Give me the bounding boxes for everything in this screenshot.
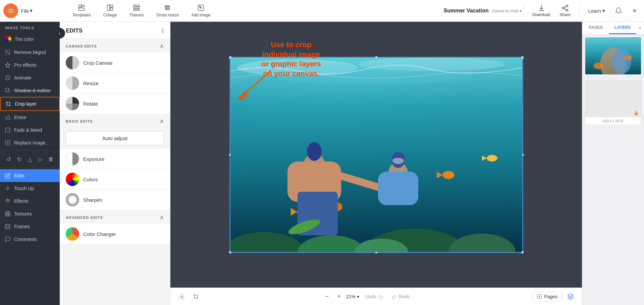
bottom-bar-center: − + 21% ▾ Undo Redo — [205, 292, 529, 302]
svg-rect-7 — [134, 7, 140, 9]
right-panel-tabs: PAGES LAYERS × — [582, 22, 644, 35]
advanced-edits-header: ADVANCED EDITS ∧ — [60, 210, 170, 224]
colors-item[interactable]: Colors — [60, 169, 170, 190]
tab-pages[interactable]: PAGES — [582, 22, 609, 34]
snorkeler-scene — [230, 108, 522, 242]
svg-rect-0 — [79, 5, 81, 7]
zoom-value[interactable]: 21% ▾ — [346, 294, 359, 299]
svg-point-55 — [392, 158, 404, 164]
toolbar-themes[interactable]: Themes — [124, 2, 149, 19]
canvas-edits-header: CANVAS EDITS ∧ — [60, 39, 170, 53]
basic-edits-section: BASIC EDITS ∧ Auto adjust Exposure Color… — [60, 114, 170, 210]
edits-info-icon[interactable]: ℹ — [162, 27, 164, 35]
settings-button[interactable] — [176, 291, 188, 303]
sidebar-item-animate[interactable]: Animate — [0, 71, 60, 84]
top-toolbar: 🐵 File ▾ Templates Collage Themes Smart … — [0, 0, 644, 22]
toolbar-collage[interactable]: Collage — [98, 2, 122, 19]
sharpen-icon — [66, 193, 79, 206]
fade-icon — [5, 127, 11, 133]
canvas-image-container[interactable] — [230, 57, 523, 253]
resize-item[interactable]: Resize — [60, 73, 170, 94]
toolbar-divider — [524, 4, 524, 17]
shadow-icon — [5, 87, 11, 94]
redo-icon-button[interactable]: ↻ — [15, 155, 23, 164]
replace-icon — [5, 140, 11, 146]
sidebar-item-effects[interactable]: Effects — [0, 195, 60, 207]
advanced-edits-toggle[interactable]: ∧ — [160, 214, 164, 221]
sidebar-item-shadow[interactable]: Shadow & outline — [0, 84, 60, 97]
sharpen-item[interactable]: Sharpen — [60, 190, 170, 210]
canvas-main[interactable]: Use to crop individual image or graphic … — [170, 22, 582, 288]
svg-point-12 — [566, 5, 568, 7]
logo-icon[interactable]: 🐵 — [3, 3, 18, 18]
right-panel: PAGES LAYERS × — [582, 22, 644, 305]
sidebar-item-tint-color[interactable]: Tint color — [0, 33, 60, 46]
share-button[interactable]: Share — [557, 3, 573, 18]
toolbar-add-image[interactable]: Add image — [186, 2, 216, 19]
close-button[interactable]: × — [629, 5, 641, 17]
toolbar-center: Summer Vacation Saved to Hub ▾ — [444, 8, 522, 14]
right-panel-close[interactable]: × — [636, 22, 644, 34]
zoom-out-button[interactable]: − — [322, 292, 332, 302]
saved-badge[interactable]: Saved to Hub ▾ — [492, 8, 522, 13]
sidebar-item-edits[interactable]: Edits — [0, 169, 60, 182]
file-menu[interactable]: File ▾ — [21, 8, 33, 14]
redo-button[interactable]: Redo — [389, 292, 412, 301]
sidebar-item-replace-image[interactable]: Replace image... — [0, 136, 60, 149]
exposure-item[interactable]: Exposure — [60, 149, 170, 169]
layers-button[interactable] — [565, 291, 577, 303]
edits-panel-header: EDITS ℹ — [60, 22, 170, 39]
sidebar-item-textures[interactable]: Textures — [0, 207, 60, 220]
document-title: Summer Vacation — [444, 8, 489, 14]
edits-panel: ‹ EDITS ℹ CANVAS EDITS ∧ Crop Canvas Res… — [60, 22, 170, 305]
underwater-scene — [230, 58, 522, 252]
colors-icon — [66, 173, 79, 186]
svg-point-62 — [624, 55, 632, 60]
sidebar-item-erase[interactable]: Erase — [0, 111, 60, 124]
layer-thumb-empty-area: 🔒 — [585, 80, 641, 117]
layer-thumbnail-empty[interactable]: 🔒 5213 x 3475 — [585, 80, 641, 125]
sidebar-item-touch-up[interactable]: Touch Up — [0, 182, 60, 195]
canvas-edits-toggle[interactable]: ∧ — [160, 43, 164, 49]
svg-rect-6 — [134, 5, 140, 7]
rotate-item[interactable]: Rotate — [60, 94, 170, 114]
crop-bottom-button[interactable] — [190, 291, 202, 303]
learn-button[interactable]: Learn ▾ — [585, 6, 608, 16]
undo-button[interactable]: Undo — [363, 292, 386, 301]
panel-collapse-button[interactable]: ‹ — [54, 28, 65, 39]
download-button[interactable]: Download — [530, 3, 553, 18]
layer-thumbnail-image[interactable] — [585, 37, 641, 75]
zoom-in-button[interactable]: + — [334, 292, 344, 302]
svg-rect-9 — [165, 6, 170, 10]
toolbar-templates[interactable]: Templates — [67, 2, 96, 19]
notifications-button[interactable] — [612, 5, 625, 17]
sidebar-item-frames[interactable]: Frames — [0, 220, 60, 233]
sidebar-item-comments[interactable]: Comments — [0, 233, 60, 246]
exposure-icon — [66, 152, 79, 166]
sidebar-item-fade-blend[interactable]: Fade & blend — [0, 124, 60, 136]
auto-adjust-button[interactable]: Auto adjust — [66, 131, 164, 145]
sidebar-item-remove-bg[interactable]: Remove bkgnd — [0, 46, 60, 59]
tab-layers[interactable]: LAYERS — [609, 22, 636, 34]
crop-canvas-icon — [66, 56, 79, 69]
svg-rect-24 — [6, 225, 9, 228]
sidebar-header: IMAGE TOOLS — [0, 22, 60, 33]
basic-edits-toggle[interactable]: ∧ — [160, 118, 164, 124]
undo-icon-button[interactable]: ↺ — [5, 155, 13, 164]
toolbar-smart-resize[interactable]: Smart resize — [151, 2, 184, 19]
pages-button[interactable]: Pages — [532, 292, 562, 302]
erase-icon — [5, 114, 11, 120]
canvas-image — [230, 58, 522, 252]
trash-button[interactable]: 🗑 — [47, 155, 55, 164]
crop-canvas-item[interactable]: Crop Canvas — [60, 53, 170, 73]
sidebar-actions: ↺ ↻ △ ▷ 🗑 — [0, 152, 60, 166]
color-changer-item[interactable]: Color Changer — [60, 224, 170, 244]
play-button[interactable]: ▷ — [37, 155, 45, 164]
sidebar-item-crop-layer[interactable]: Crop layer — [0, 97, 60, 111]
svg-rect-17 — [5, 88, 9, 92]
svg-point-56 — [181, 296, 183, 297]
sidebar-item-pro-effects[interactable]: Pro effects — [0, 59, 60, 71]
svg-point-11 — [199, 6, 200, 7]
sidebar-divider-2 — [0, 168, 60, 168]
triangle-button[interactable]: △ — [26, 155, 34, 164]
